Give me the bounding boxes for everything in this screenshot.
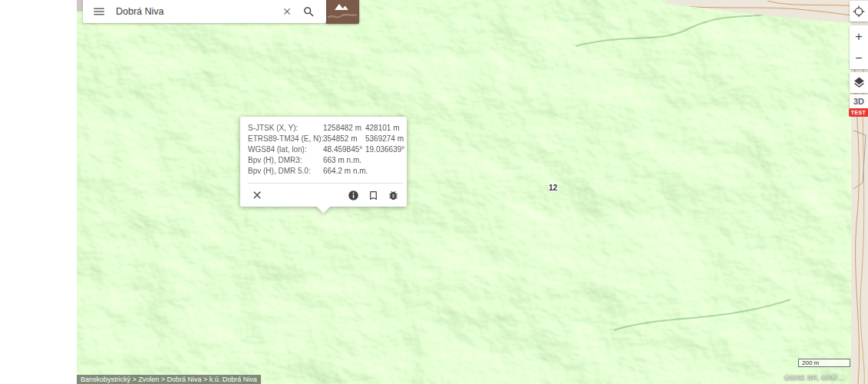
search-bar: Dobrá Niva bbox=[83, 0, 326, 23]
bookmark-button[interactable] bbox=[368, 190, 379, 201]
search-icon bbox=[302, 5, 315, 18]
terrain-hillshade bbox=[77, 0, 868, 384]
hamburger-icon bbox=[92, 5, 106, 18]
close-popup-button[interactable] bbox=[251, 189, 263, 201]
coordinates-popup: S-JTSK (X, Y): 1258482 m 428101 m ETRS89… bbox=[240, 117, 407, 207]
coordinate-row: WGS84 (lat, lon): 48.459845° 19.036639° bbox=[248, 144, 404, 155]
app: 12 Dobrá Niva bbox=[0, 0, 868, 384]
layers-button[interactable] bbox=[850, 72, 868, 93]
coordinate-row: Bpv (H), DMR 5.0: 664.2 m n.m. bbox=[248, 166, 404, 177]
gps-locate-icon bbox=[853, 5, 865, 18]
bug-icon bbox=[388, 190, 399, 201]
coord-value-2: 428101 m bbox=[365, 123, 404, 134]
close-icon bbox=[282, 6, 292, 17]
coord-value-1: 48.459845° bbox=[323, 144, 365, 155]
test-badge: TEST bbox=[849, 108, 868, 117]
coordinate-row: ETRS89-TM34 (E, N): 354852 m 5369274 m bbox=[248, 134, 404, 144]
coord-value-1: 664.2 m n.m. bbox=[323, 166, 365, 177]
zoom-control: + − bbox=[850, 25, 868, 69]
breadcrumb: Banskobystrický > Zvolen > Dobrá Niva > … bbox=[77, 375, 261, 384]
terrain-thumbnail-icon bbox=[325, 0, 359, 24]
coord-value-1: 1258482 m bbox=[323, 123, 365, 134]
layers-icon bbox=[853, 76, 866, 89]
coord-value-2: 5369274 m bbox=[365, 134, 404, 144]
basemap-switcher[interactable] bbox=[325, 0, 359, 24]
zoom-in-button[interactable]: + bbox=[850, 26, 868, 48]
coordinate-row: S-JTSK (X, Y): 1258482 m 428101 m bbox=[248, 123, 404, 134]
zoom-out-button[interactable]: − bbox=[850, 48, 868, 69]
coord-label: S-JTSK (X, Y): bbox=[248, 123, 323, 134]
search-button[interactable] bbox=[302, 5, 315, 18]
coord-value-1: 663 m n.m. bbox=[323, 155, 365, 166]
scale-label: 200 m bbox=[802, 359, 819, 366]
clear-search-button[interactable] bbox=[282, 6, 292, 17]
locate-me-button[interactable] bbox=[850, 1, 868, 22]
info-button[interactable] bbox=[348, 190, 359, 201]
coord-label: ETRS89-TM34 (E, N): bbox=[248, 134, 323, 144]
bookmark-icon bbox=[368, 190, 379, 201]
info-icon bbox=[348, 190, 359, 201]
coordinate-row: Bpv (H), DMR3: 663 m n.m. bbox=[248, 155, 404, 166]
coordinate-rows: S-JTSK (X, Y): 1258482 m 428101 m ETRS89… bbox=[248, 123, 404, 177]
coord-value-2: 19.036639° bbox=[365, 144, 404, 155]
map-attribution: ÚGKK SR, GKÚ ... bbox=[784, 373, 845, 382]
scale-bar: 200 m bbox=[798, 359, 850, 367]
coord-value-1: 354852 m bbox=[323, 134, 365, 144]
coord-value-2 bbox=[365, 155, 404, 166]
close-icon bbox=[251, 189, 263, 201]
coord-value-2 bbox=[365, 166, 404, 177]
view-3d-button[interactable]: 3D bbox=[850, 94, 868, 108]
search-input[interactable]: Dobrá Niva bbox=[116, 6, 164, 17]
coord-label: Bpv (H), DMR3: bbox=[248, 155, 323, 166]
map-canvas[interactable]: 12 bbox=[77, 0, 868, 384]
menu-button[interactable] bbox=[92, 5, 106, 18]
road-number-label: 12 bbox=[549, 184, 557, 192]
report-bug-button[interactable] bbox=[388, 190, 399, 201]
coord-label: Bpv (H), DMR 5.0: bbox=[248, 166, 323, 177]
coord-label: WGS84 (lat, lon): bbox=[248, 144, 323, 155]
